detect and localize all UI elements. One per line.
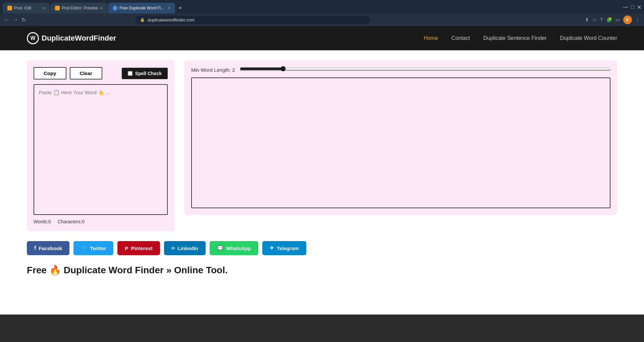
nav-sentence-finder[interactable]: Duplicate Sentence Finder (483, 35, 547, 41)
tab-bar: Post: Edit × Post Editor: Preview × Free… (0, 0, 644, 13)
copy-button[interactable]: Copy (34, 67, 66, 79)
lock-icon: 🔒 (140, 17, 145, 22)
tab-2-favicon (55, 6, 60, 10)
twitter-label: Twitter (90, 245, 106, 251)
spell-check-button[interactable]: Spell Check (122, 68, 168, 79)
slider-track (240, 69, 610, 71)
tool-container: Copy Clear Spell Check Words:0 Character… (27, 60, 617, 231)
minimize-button[interactable]: — (623, 4, 628, 10)
extensions-icon[interactable]: 🧩 (606, 17, 612, 22)
spell-check-label: Spell Check (135, 71, 162, 76)
logo-text: DuplicateWordFinder (42, 34, 116, 43)
back-button[interactable]: ← (4, 17, 9, 23)
right-panel: Min Word Length: 2 (184, 60, 617, 215)
social-share-row: f Facebook 🐦 Twitter P Pinterest in Link… (27, 241, 617, 255)
tab-3-favicon (113, 6, 117, 10)
page-wrapper: W DuplicateWordFinder Home Contact Dupli… (0, 26, 644, 315)
linkedin-label: LinkedIn (177, 245, 198, 251)
whatsapp-icon: 💬 (217, 245, 223, 251)
address-bar: ← → ↻ 🔒 duplicatewordfinder.com ⬆ ☆ T 🧩 … (0, 13, 644, 26)
whatsapp-share-button[interactable]: 💬 WhatsApp (210, 241, 258, 255)
pinterest-icon: P (125, 245, 128, 251)
tab-1-favicon (7, 6, 12, 10)
word-char-count: Words:0 Characters:0 (34, 219, 168, 224)
translate-icon[interactable]: T (600, 17, 603, 22)
tab-bar-controls: — □ ✕ (623, 4, 641, 12)
tab-2-close[interactable]: × (100, 5, 103, 11)
site-nav: W DuplicateWordFinder Home Contact Dupli… (0, 26, 644, 50)
refresh-button[interactable]: ↻ (21, 17, 26, 23)
nav-links: Home Contact Duplicate Sentence Finder D… (424, 35, 617, 41)
chars-count: Characters:0 (58, 219, 85, 224)
words-count: Words:0 (34, 219, 51, 224)
close-window-button[interactable]: ✕ (637, 4, 641, 10)
nav-contact[interactable]: Contact (451, 35, 470, 41)
facebook-share-button[interactable]: f Facebook (27, 241, 69, 255)
telegram-icon: ✈ (270, 245, 274, 251)
nav-home[interactable]: Home (424, 35, 438, 41)
tab-1-close[interactable]: × (42, 5, 45, 11)
tab-2-title: Post Editor: Preview (62, 6, 98, 10)
pinterest-share-button[interactable]: P Pinterest (117, 241, 160, 255)
telegram-share-button[interactable]: ✈ Telegram (262, 241, 306, 255)
text-input[interactable] (34, 84, 168, 215)
browser-chrome: Post: Edit × Post Editor: Preview × Free… (0, 0, 644, 26)
left-panel: Copy Clear Spell Check Words:0 Character… (27, 60, 174, 231)
share-icon[interactable]: ⬆ (585, 17, 589, 22)
logo[interactable]: W DuplicateWordFinder (27, 32, 116, 44)
result-area (191, 77, 610, 208)
bookmark-icon[interactable]: ☆ (592, 17, 597, 22)
maximize-button[interactable]: □ (631, 4, 634, 10)
page-headline: Free 🔥 Duplicate Word Finder » Online To… (27, 265, 617, 276)
tab-3-close[interactable]: × (168, 5, 170, 11)
clear-button[interactable]: Clear (70, 67, 103, 79)
tab-3-title: Free Duplicate Word Finder » O... (119, 6, 166, 10)
menu-icon[interactable]: ⋮ (635, 17, 640, 22)
linkedin-icon: in (171, 246, 175, 250)
tab-3[interactable]: Free Duplicate Word Finder » O... × (108, 3, 175, 13)
logo-icon: W (27, 32, 39, 44)
sidebar-icon[interactable]: ▭ (615, 17, 620, 22)
forward-button[interactable]: → (13, 17, 18, 23)
url-bar[interactable]: 🔒 duplicatewordfinder.com (135, 16, 370, 24)
new-tab-button[interactable]: + (176, 3, 185, 13)
slider-row: Min Word Length: 2 (191, 67, 610, 73)
url-text: duplicatewordfinder.com (148, 17, 195, 22)
spell-check-checkbox[interactable] (128, 71, 132, 76)
main-content: Copy Clear Spell Check Words:0 Character… (0, 50, 644, 286)
nav-word-counter[interactable]: Duplicate Word Counter (560, 35, 617, 41)
facebook-label: Facebook (39, 245, 62, 251)
twitter-share-button[interactable]: 🐦 Twitter (73, 241, 113, 255)
button-row: Copy Clear Spell Check (34, 67, 168, 79)
tab-2[interactable]: Post Editor: Preview × (50, 3, 107, 13)
address-bar-right: ⬆ ☆ T 🧩 ▭ F ⋮ (585, 15, 640, 24)
facebook-icon: f (34, 245, 36, 251)
twitter-icon: 🐦 (81, 245, 87, 251)
linkedin-share-button[interactable]: in LinkedIn (164, 241, 206, 255)
pinterest-label: Pinterest (131, 245, 152, 251)
min-word-length-slider[interactable] (240, 66, 610, 71)
profile-button[interactable]: F (623, 15, 632, 24)
slider-label: Min Word Length: 2 (191, 67, 235, 73)
whatsapp-label: WhatsApp (226, 245, 251, 251)
telegram-label: Telegram (277, 245, 299, 251)
tab-1-title: Post: Edit (14, 6, 31, 10)
tab-1[interactable]: Post: Edit × (3, 3, 50, 13)
